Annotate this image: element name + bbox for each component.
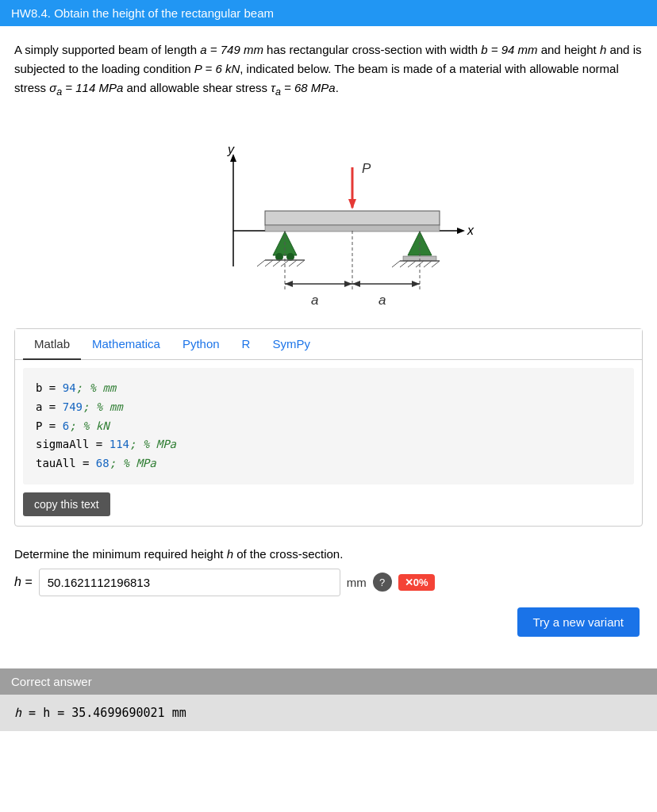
svg-marker-28 <box>348 199 356 209</box>
svg-line-23 <box>408 261 416 267</box>
try-new-button[interactable]: Try a new variant <box>517 607 640 637</box>
svg-line-17 <box>297 260 305 266</box>
help-button[interactable]: ? <box>373 573 392 592</box>
answer-input[interactable] <box>39 569 340 596</box>
tab-python[interactable]: Python <box>171 329 231 360</box>
svg-marker-35 <box>344 281 352 287</box>
answer-row: h = mm ? ✕0% <box>14 569 643 596</box>
svg-rect-6 <box>265 211 440 225</box>
h-variable-label: h = <box>14 575 33 589</box>
problem-statement: A simply supported beam of length a = 74… <box>14 40 643 100</box>
svg-line-22 <box>400 261 408 267</box>
page-header: HW8.4. Obtain the height of the rectangu… <box>0 0 657 26</box>
svg-text:a: a <box>311 293 318 308</box>
score-badge: ✕0% <box>398 574 435 591</box>
correct-answer-header: Correct answer <box>0 668 657 695</box>
tabs-header: Matlab Mathematica Python R SymPy <box>15 329 642 360</box>
tab-mathematica[interactable]: Mathematica <box>81 329 171 360</box>
correct-answer-section: Correct answer h = h = 35.4699690021 mm <box>0 668 657 731</box>
svg-marker-38 <box>352 281 360 287</box>
answer-label: Determine the minimum required height h … <box>14 547 643 561</box>
svg-marker-39 <box>412 281 420 287</box>
beam-diagram: y x <box>14 108 643 314</box>
unit-label: mm <box>347 576 367 589</box>
beam-svg: y x <box>162 108 495 314</box>
svg-text:x: x <box>467 224 474 237</box>
svg-marker-4 <box>457 228 465 234</box>
svg-text:y: y <box>227 143 235 156</box>
svg-line-21 <box>392 261 400 267</box>
page-title: HW8.4. Obtain the height of the rectangu… <box>11 6 274 20</box>
svg-text:a: a <box>378 293 386 308</box>
tab-r[interactable]: R <box>231 329 262 360</box>
svg-line-14 <box>273 260 281 266</box>
code-block: b = 94; % mm a = 749; % mm P = 6; % kN s… <box>23 368 634 485</box>
tab-matlab[interactable]: Matlab <box>23 329 81 360</box>
svg-line-25 <box>424 261 432 267</box>
svg-marker-34 <box>285 281 293 287</box>
try-new-row: Try a new variant <box>14 607 643 637</box>
svg-line-12 <box>257 260 265 266</box>
answer-section: Determine the minimum required height h … <box>14 541 643 645</box>
svg-text:P: P <box>362 161 371 176</box>
correct-answer-value: h = h = 35.4699690021 mm <box>0 695 657 731</box>
code-tabs-container: Matlab Mathematica Python R SymPy b = 94… <box>14 328 643 527</box>
svg-line-16 <box>289 260 297 266</box>
tab-sympy[interactable]: SymPy <box>261 329 321 360</box>
svg-line-26 <box>432 261 440 267</box>
svg-line-13 <box>265 260 273 266</box>
svg-rect-7 <box>265 225 440 232</box>
copy-button[interactable]: copy this text <box>23 492 110 516</box>
